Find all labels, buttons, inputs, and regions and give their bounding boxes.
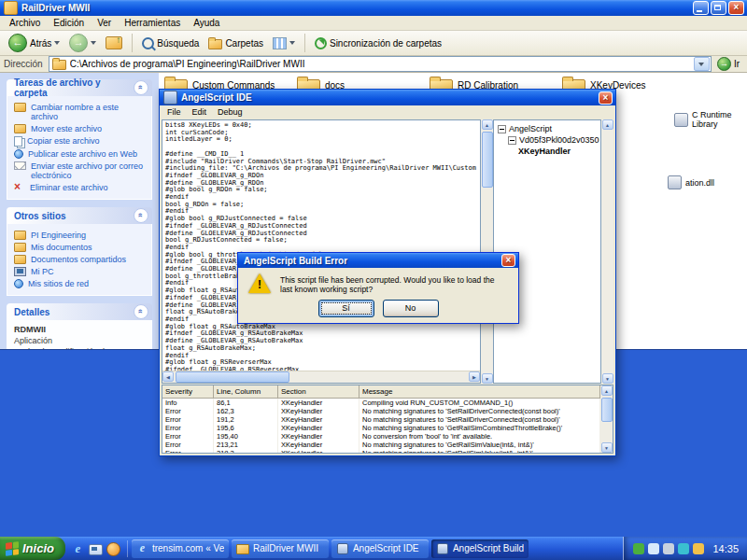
address-input[interactable]: C:\Archivos de programa\PI Engineering\R… bbox=[49, 56, 712, 72]
volume-icon[interactable] bbox=[648, 543, 659, 554]
go-button[interactable]: Ir bbox=[717, 57, 743, 71]
column-severity[interactable]: Severity bbox=[162, 385, 214, 399]
tree-expand-icon[interactable] bbox=[508, 136, 516, 145]
scroll-down-icon[interactable] bbox=[602, 373, 613, 384]
explorer-titlebar[interactable]: RailDriver MWII bbox=[0, 0, 747, 16]
tree-expand-icon[interactable] bbox=[498, 125, 506, 133]
taskbar-button-raildriver-mwii[interactable]: RailDriver MWII bbox=[232, 539, 329, 558]
scroll-down-icon[interactable] bbox=[601, 442, 613, 453]
ide-close-button[interactable] bbox=[599, 91, 613, 105]
error-cell: 86,1 bbox=[214, 399, 278, 408]
scroll-track[interactable] bbox=[174, 371, 469, 383]
views-dropdown-icon bbox=[289, 41, 295, 45]
ide-titlebar[interactable]: AngelScript IDE bbox=[160, 90, 615, 105]
dialog-buttons: Sí No bbox=[238, 298, 518, 323]
sidebar-item-mi-pc[interactable]: Mi PC bbox=[14, 267, 148, 276]
sidebar-item-mis-documentos[interactable]: Mis documentos bbox=[14, 243, 148, 252]
views-button[interactable] bbox=[270, 36, 298, 50]
up-button[interactable] bbox=[103, 35, 125, 50]
column-section[interactable]: Section bbox=[278, 385, 359, 399]
menu-file[interactable]: File bbox=[162, 107, 187, 117]
error-row[interactable]: Error195,6XKeyHandlerNo matching signatu… bbox=[162, 424, 600, 432]
close-button[interactable] bbox=[728, 1, 744, 15]
sidebar-item-pi-engineering[interactable]: PI Engineering bbox=[14, 231, 148, 240]
file-item-dll[interactable]: ation.dll bbox=[668, 175, 714, 189]
menu-ver[interactable]: Ver bbox=[92, 17, 117, 29]
errors-scrollbar[interactable] bbox=[600, 385, 613, 453]
ie-quicklaunch-icon[interactable] bbox=[71, 541, 85, 555]
start-label: Inicio bbox=[22, 541, 54, 555]
error-row[interactable]: Error218,2XKeyHandlerNo matching signatu… bbox=[162, 449, 600, 453]
sidebar-item-label: Copiar este archivo bbox=[27, 136, 100, 146]
maximize-button[interactable] bbox=[711, 1, 726, 15]
folder-sync-button[interactable]: Sincronización de carpetas bbox=[312, 36, 444, 50]
network-icon[interactable] bbox=[678, 543, 689, 554]
error-row[interactable]: Info86,1XKeyHandlerCompiling void RUN_CU… bbox=[162, 399, 600, 408]
menu-edici-n[interactable]: Edición bbox=[48, 17, 90, 29]
code-editor[interactable]: bits8 XKeyLEDs = 0x40; int curScanCode; … bbox=[162, 120, 480, 371]
taskbar-button-angelscript-build-error[interactable]: AngelScript Build Error bbox=[431, 539, 529, 558]
sidebar-item-enviar-este-archivo-por-corr[interactable]: Enviar este archivo por correo electróni… bbox=[14, 161, 148, 180]
update-icon[interactable] bbox=[693, 543, 704, 554]
error-row[interactable]: Error195,40XKeyHandlerNo conversion from… bbox=[162, 432, 600, 441]
details-header[interactable]: Detalles bbox=[7, 303, 152, 320]
yes-button[interactable]: Sí bbox=[318, 300, 374, 317]
address-dropdown-button[interactable] bbox=[694, 57, 710, 71]
taskbar-button-angelscript-ide[interactable]: AngelScript IDE bbox=[331, 539, 429, 558]
back-button[interactable]: Atrás bbox=[6, 33, 63, 53]
tree-item-xkeyhandler[interactable]: XKeyHandler bbox=[495, 146, 599, 157]
start-button[interactable]: Inicio bbox=[0, 537, 65, 560]
menu-herramientas[interactable]: Herramientas bbox=[119, 17, 186, 29]
menu-debug[interactable]: Debug bbox=[212, 107, 248, 117]
tree-item-vd05f3pkl00d2v0350ud[interactable]: Vd05f3Pkl00d2v0350Ud bbox=[495, 134, 599, 146]
scroll-up-icon[interactable] bbox=[482, 119, 493, 130]
scroll-track[interactable] bbox=[601, 130, 613, 373]
scroll-left-icon[interactable] bbox=[162, 371, 174, 382]
scroll-up-icon[interactable] bbox=[601, 385, 613, 396]
scroll-thumb[interactable] bbox=[482, 132, 493, 188]
dialog-close-button[interactable] bbox=[501, 254, 515, 267]
show-desktop-icon[interactable] bbox=[89, 544, 103, 555]
scroll-up-icon[interactable] bbox=[602, 119, 613, 130]
sidebar-item-publicar-este-archivo-en-web[interactable]: Publicar este archivo en Web bbox=[14, 149, 148, 159]
up-folder-icon bbox=[106, 36, 122, 49]
scroll-thumb[interactable] bbox=[176, 371, 289, 383]
dialog-titlebar[interactable]: AngelScript Build Error bbox=[238, 253, 518, 268]
folders-button[interactable]: Carpetas bbox=[205, 36, 266, 50]
search-button[interactable]: Búsqueda bbox=[139, 36, 202, 50]
sidebar-item-mover-este-archivo[interactable]: Mover este archivo bbox=[14, 124, 148, 133]
taskbar-button-trensim-com-ver-te[interactable]: trensim.com « Ver Te... bbox=[132, 539, 229, 558]
sidebar-item-documentos-compartidos[interactable]: Documentos compartidos bbox=[14, 255, 148, 264]
tree-item-angelscript[interactable]: AngelScript bbox=[495, 123, 599, 134]
error-cell: XKeyHandler bbox=[278, 415, 359, 424]
column-line[interactable]: Line, Column bbox=[214, 385, 278, 399]
clock: 14:35 bbox=[708, 543, 739, 554]
menu-archivo[interactable]: Archivo bbox=[4, 17, 46, 29]
scroll-track[interactable] bbox=[600, 396, 613, 442]
scroll-thumb[interactable] bbox=[601, 398, 613, 422]
sidebar-item-eliminar-este-archivo[interactable]: Eliminar este archivo bbox=[14, 183, 148, 192]
file-item-runtime-library[interactable]: C Runtime Library bbox=[674, 110, 747, 129]
menu-edit[interactable]: Edit bbox=[187, 107, 213, 117]
file-tasks-header[interactable]: Tareas de archivo y carpeta bbox=[7, 79, 152, 96]
no-button[interactable]: No bbox=[383, 300, 439, 317]
scroll-down-icon[interactable] bbox=[482, 373, 493, 384]
sidebar-item-copiar-este-archivo[interactable]: Copiar este archivo bbox=[14, 136, 148, 147]
sidebar-item-mis-sitios-de-red[interactable]: Mis sitios de red bbox=[14, 279, 148, 288]
display-icon[interactable] bbox=[663, 543, 674, 554]
error-row[interactable]: Error162,3XKeyHandlerNo matching signatu… bbox=[162, 407, 600, 415]
editor-horizontal-scrollbar[interactable] bbox=[162, 371, 480, 383]
sidebar-item-cambiar-nombre-a-este-archiv[interactable]: Cambiar nombre a este archivo bbox=[14, 103, 148, 121]
scroll-right-icon[interactable] bbox=[469, 371, 480, 382]
menu-ayuda[interactable]: Ayuda bbox=[188, 17, 225, 29]
error-row[interactable]: Error191,2XKeyHandlerNo matching signatu… bbox=[162, 415, 600, 424]
minimize-button[interactable] bbox=[693, 1, 709, 15]
tree-scrollbar[interactable] bbox=[601, 119, 613, 384]
other-places-header[interactable]: Otros sitios bbox=[7, 207, 152, 224]
error-row[interactable]: Error213,21XKeyHandlerNo matching signat… bbox=[162, 441, 600, 449]
forward-button[interactable] bbox=[66, 33, 99, 53]
antivirus-icon[interactable] bbox=[633, 543, 644, 554]
media-player-icon[interactable] bbox=[106, 542, 120, 556]
error-table-body: Info86,1XKeyHandlerCompiling void RUN_CU… bbox=[162, 399, 600, 454]
column-message[interactable]: Message bbox=[359, 385, 600, 399]
